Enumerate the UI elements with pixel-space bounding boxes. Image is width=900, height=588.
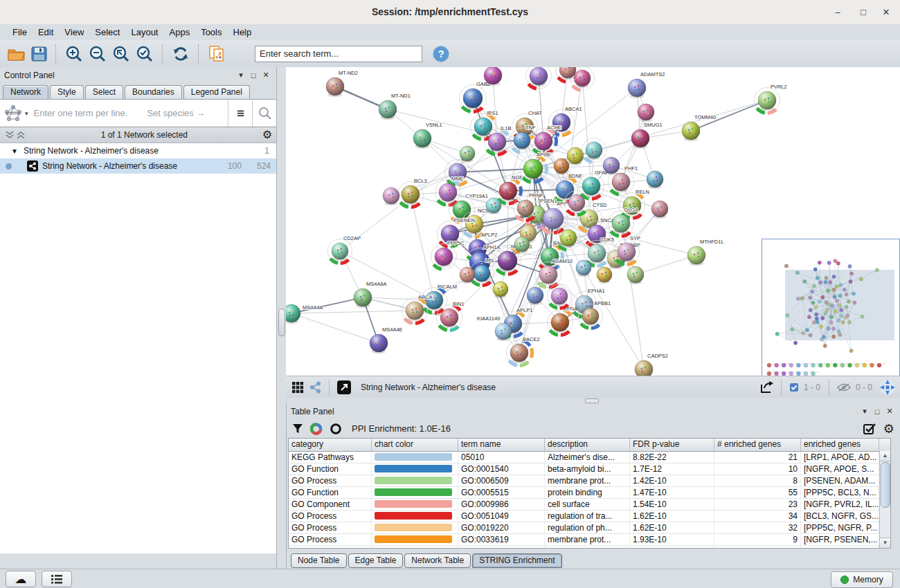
network-node-APP[interactable]: APP <box>539 201 568 233</box>
column-header-enriched-genes[interactable]: enriched genes <box>801 439 879 451</box>
gear-icon[interactable]: ⚙ <box>262 129 272 140</box>
column-header--enriched-genes[interactable]: # enriched genes <box>714 439 801 451</box>
horizontal-splitter[interactable] <box>286 398 900 403</box>
network-node[interactable] <box>565 191 589 215</box>
panel-close-icon[interactable]: ✕ <box>260 71 272 80</box>
network-node[interactable] <box>651 201 668 219</box>
network-node-CD2AP[interactable]: CD2AP <box>328 235 361 264</box>
zoom-in-icon[interactable] <box>65 45 83 63</box>
memory-button[interactable]: Memory <box>831 571 893 588</box>
network-node[interactable] <box>647 171 663 189</box>
string-options-icon[interactable]: ≡ <box>229 100 252 127</box>
network-node[interactable] <box>557 226 581 250</box>
scroll-down-icon[interactable]: ▼ <box>880 538 890 548</box>
donut-chart-icon[interactable] <box>310 423 323 435</box>
share-network-icon[interactable] <box>309 381 322 394</box>
table-row[interactable]: GO ProcessGO:0051049regulation of tra...… <box>289 511 890 522</box>
network-node-SMUG1[interactable]: SMUG1 <box>631 122 663 149</box>
network-node-SYP[interactable]: SYP <box>614 235 641 265</box>
panel-menu-icon[interactable]: ▾ <box>858 407 871 416</box>
network-node-DLG4[interactable]: DLG4 <box>609 207 638 237</box>
save-session-icon[interactable] <box>31 46 47 62</box>
search-input[interactable] <box>255 46 422 62</box>
panel-float-icon[interactable]: □ <box>871 407 883 416</box>
splitter-handle[interactable] <box>278 309 285 336</box>
navigator-viewport[interactable] <box>785 270 894 340</box>
network-node-BCL3[interactable]: BCL3 <box>398 178 427 208</box>
vertical-splitter[interactable] <box>277 67 286 569</box>
tab-string-enrichment[interactable]: STRING Enrichment <box>472 553 561 568</box>
splitter-handle[interactable] <box>585 398 599 403</box>
table-row[interactable]: GO FunctionGO:0001540beta-amyloid bi...1… <box>289 463 890 475</box>
table-row[interactable]: GO ProcessGO:0050435beta-amyloid m...2.0… <box>289 546 890 549</box>
menu-item-file[interactable]: File <box>7 24 33 40</box>
table-row[interactable]: KEGG Pathways05010Alzheimer's dise...8.8… <box>289 452 890 463</box>
open-session-icon[interactable] <box>7 46 26 62</box>
network-node-ADAMTS2[interactable]: ADAMTS2 <box>628 71 665 98</box>
table-row[interactable]: GO FunctionGO:0005515protein binding1.47… <box>289 487 890 499</box>
select-all-checkbox-icon[interactable] <box>863 423 876 435</box>
network-node[interactable] <box>383 187 399 205</box>
help-icon[interactable]: ? <box>432 45 450 63</box>
network-node-BACE2[interactable]: BACE2 <box>507 336 540 366</box>
open-in-browser-icon[interactable] <box>337 380 351 394</box>
column-header-term-name[interactable]: term name <box>458 439 545 451</box>
network-row[interactable]: String Network - Alzheimer's disease 100… <box>0 158 276 174</box>
tab-boundaries[interactable]: Boundaries <box>125 85 182 99</box>
network-node[interactable] <box>597 267 612 284</box>
network-node[interactable] <box>582 138 606 163</box>
network-node[interactable] <box>514 237 530 253</box>
zoom-selected-icon[interactable] <box>136 45 154 63</box>
menu-item-tools[interactable]: Tools <box>195 24 227 40</box>
network-node-GFAP[interactable]: GFAP <box>579 169 609 199</box>
network-node-VSNL1[interactable]: VSNL1 <box>413 122 442 149</box>
panel-float-icon[interactable]: □ <box>247 71 260 80</box>
scroll-up-icon[interactable]: ▲ <box>880 451 890 461</box>
network-node-TOMM40[interactable]: TOMM40 <box>682 114 716 141</box>
network-node[interactable] <box>627 266 644 284</box>
export-network-icon[interactable] <box>759 380 774 394</box>
tab-edge-table[interactable]: Edge Table <box>348 553 404 568</box>
scrollbar-thumb[interactable] <box>881 462 890 508</box>
network-node-PPP5C[interactable]: PPP5C <box>431 240 465 270</box>
pan-compass-icon[interactable] <box>879 379 896 396</box>
menu-item-edit[interactable]: Edit <box>33 24 59 40</box>
network-node-MS4A4A[interactable]: MS4A4A <box>286 304 323 324</box>
zoom-out-icon[interactable] <box>89 45 107 63</box>
network-node[interactable] <box>527 287 543 305</box>
network-node-EFNA5[interactable]: EFNA5 <box>548 306 581 336</box>
menu-item-help[interactable]: Help <box>228 24 258 40</box>
menu-item-view[interactable]: View <box>59 24 89 40</box>
collapse-all-icon[interactable] <box>4 130 15 140</box>
maximize-icon[interactable]: □ <box>853 0 874 24</box>
column-header-category[interactable]: category <box>289 439 372 451</box>
network-node[interactable] <box>493 282 508 298</box>
selected-checkbox-icon[interactable] <box>789 383 799 392</box>
network-node[interactable] <box>460 267 475 284</box>
gear-icon[interactable]: ⚙ <box>883 423 894 435</box>
column-header-fdr-p-value[interactable]: FDR p-value <box>630 439 714 451</box>
filter-icon[interactable] <box>292 423 303 434</box>
tab-network[interactable]: Network <box>3 85 48 99</box>
panel-menu-icon[interactable]: ▾ <box>235 71 247 80</box>
table-row[interactable]: GO ProcessGO:0019220regulation of ph...1… <box>289 522 890 534</box>
network-node[interactable] <box>576 260 591 277</box>
string-query-placeholder[interactable]: Enter one term per line. <box>34 108 128 118</box>
ring-chart-icon[interactable] <box>330 423 342 435</box>
network-node[interactable] <box>486 198 501 214</box>
set-species-label[interactable]: Set species → <box>147 108 228 118</box>
cloud-tasks-button[interactable]: ☁ <box>6 571 36 587</box>
menu-item-layout[interactable]: Layout <box>125 24 163 40</box>
network-node-PVRL2[interactable]: PVRL2 <box>755 84 787 113</box>
network-node[interactable] <box>554 158 569 175</box>
network-node[interactable] <box>526 67 552 89</box>
minimize-icon[interactable]: – <box>827 0 848 24</box>
column-header-description[interactable]: description <box>545 439 630 451</box>
close-icon[interactable]: ✕ <box>876 0 897 24</box>
network-node[interactable] <box>484 67 502 86</box>
network-node[interactable] <box>460 146 475 163</box>
grid-view-icon[interactable] <box>291 381 304 394</box>
network-node[interactable] <box>567 147 584 165</box>
refresh-icon[interactable] <box>172 45 190 63</box>
tab-node-table[interactable]: Node Table <box>291 553 347 568</box>
